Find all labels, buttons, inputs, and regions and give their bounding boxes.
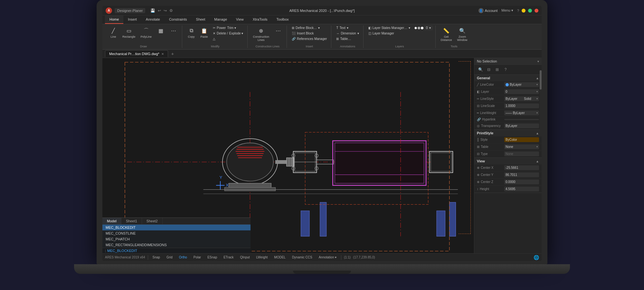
title-bar: A Designer-Planer 💾 ↩ ↪ ⚙ ARES Mechanica… [102,6,542,15]
table-button[interactable]: ⊞ Table… [335,36,360,41]
panel-search-button[interactable]: 🔍 [477,66,484,73]
construction-more-button[interactable]: ⋯ [272,25,284,36]
ribbon-tab-view[interactable]: View [232,15,248,24]
style-value[interactable]: ByColor [504,137,539,142]
polar-button[interactable]: Polar [192,255,203,260]
panel-filter-button[interactable]: ⊟ [485,66,492,73]
linestyle-value[interactable]: ByLayer Solid ▾ [504,96,539,101]
print-style-toggle: ▲ [536,131,539,135]
line-button[interactable]: ╱ Line [108,25,119,40]
get-distance-button[interactable]: 📏 GetDistance [439,25,454,43]
lineweight-value[interactable]: —— ByLayer ▾ [504,111,539,115]
designer-planer-label[interactable]: Designer-Planer [115,8,145,13]
snap-button[interactable]: Snap [151,255,162,260]
layer-tab-sheet2[interactable]: Sheet2 [142,218,163,224]
ribbon-tab-sheet[interactable]: Sheet [192,15,210,24]
ribbon-tab-home[interactable]: Home [105,15,123,24]
layer-item-2[interactable]: MEC_PHATCH [102,236,251,242]
layer-tab-model[interactable]: Model [102,218,121,224]
type-row: ⊟ Type None [474,150,542,158]
menu-button[interactable]: Menu ▾ [501,8,513,13]
dynamic-ccs-button[interactable]: Dynamic CCS [290,255,314,260]
tools-buttons: 📏 GetDistance 🔍 ZoomWindow [439,25,469,44]
undo-icon[interactable]: ↩ [158,8,161,13]
scroll-thumb[interactable] [540,70,542,90]
copy-button[interactable]: ⧉ Copy [185,25,197,40]
ribbon-tab-manage[interactable]: Manage [210,15,232,24]
cmd-prompt: : [105,249,106,253]
ribbon-tab-insert[interactable]: Insert [123,15,141,24]
doc-tab-0[interactable]: Mechanical Pr…tion DWG.dwg* ✕ [105,50,168,57]
save-icon[interactable]: 💾 [150,8,155,13]
layer-tab-sheet1[interactable]: Sheet1 [121,218,142,224]
account-button[interactable]: 👤 Account [478,8,498,13]
more-draw-button[interactable]: ⋯ [168,25,179,36]
table-value[interactable]: None ▾ [504,144,539,149]
layer-states-button[interactable]: ◧ Layer States Manager… ▾ [367,25,412,30]
maximize-button[interactable] [528,9,532,13]
model-button[interactable]: MODEL [272,255,288,260]
ribbon-tab-toolbox[interactable]: Toolbox [272,15,293,24]
layer-item-3[interactable]: MEC_RECTANGLEANDDIMENSIONS [102,242,251,248]
define-block-button[interactable]: ⊞ Define Block… ▾ [290,25,328,30]
cmd-input[interactable]: MEC_BLOCKEDIT [107,249,137,253]
view-section-header[interactable]: View ▲ [474,158,542,164]
layer-select-dropdown[interactable]: 0 ▾ [424,25,433,30]
zoom-window-button[interactable]: 🔍 ZoomWindow [455,25,469,43]
dimension-button[interactable]: ↔ Dimension ▾ [335,31,360,36]
status-bar: ARES Mechanical 2019 x64 Snap Grid Ortho… [102,253,542,261]
polyline-button[interactable]: ⌒ PolyLine [139,25,154,40]
define-block-icon: ⊞ [292,26,294,30]
ortho-button[interactable]: Ortho [177,255,189,260]
layer-value[interactable]: 0 ▾ [504,89,539,94]
type-value[interactable]: None [504,151,539,156]
layer-item-0[interactable]: MEC_BLOCKEDIT [102,225,251,230]
add-tab-button[interactable]: + [169,51,176,57]
panel-help-button[interactable]: ? [502,66,509,73]
power-trim-button[interactable]: ✂ Power Trim ▾ [211,25,245,30]
grid-button[interactable]: Grid [165,255,175,260]
insert-block-button[interactable]: ⬛ Insert Block [290,31,328,36]
rectangle-icon: ▭ [125,27,133,34]
minimize-button[interactable] [522,9,526,13]
esnap-button[interactable]: ESnap [205,255,219,260]
help-button[interactable]: ? [517,9,519,13]
paste-button[interactable]: 📋 Paste [198,25,210,40]
construction-lines-label: ConstructionLines [253,35,269,42]
center-x-value[interactable]: -25.5661 [504,165,539,170]
center-z-value[interactable]: 0.0000 [504,179,539,184]
delete-explode-button[interactable]: ✕ Delete / Explode ▾ [211,31,245,36]
layer-manager-button[interactable]: ◫ Layer Manager [367,31,412,36]
linescale-value[interactable]: 1.0000 [504,103,539,108]
lweight-button[interactable]: LWeight [254,255,270,260]
panel-sort-button[interactable]: ⊞ [494,66,501,73]
center-y-value[interactable]: 86.7011 [504,172,539,177]
lineweight-row: ━ LineWeight —— ByLayer ▾ [474,110,542,117]
hatch-button[interactable]: ▦ [155,25,166,36]
line-color-value[interactable]: ByLayer ▾ [504,82,539,87]
status-world-icon[interactable]: 🌐 [534,255,539,260]
height-value[interactable]: 4.5695 [504,187,539,191]
hyperlink-value[interactable] [504,119,539,120]
settings-icon[interactable]: ⚙ [169,8,173,13]
general-section-header[interactable]: General ▲ [474,75,542,81]
panel-title-dropdown[interactable]: ▾ [537,60,539,63]
doc-tab-0-close[interactable]: ✕ [161,52,164,56]
ribbon-tab-annotate[interactable]: Annotate [141,15,165,24]
annotation-button[interactable]: Annotation ▾ [317,255,339,260]
etrack-button[interactable]: ETrack [222,255,235,260]
redo-icon[interactable]: ↪ [164,8,167,13]
layer-item-1[interactable]: MEC_CONSTLINE [102,230,251,236]
qinput-button[interactable]: QInput [238,255,252,260]
transparency-value[interactable]: ByLayer [504,123,539,128]
ribbon-tab-xtratools[interactable]: XtraTools [248,15,272,24]
rectangle-button[interactable]: ▭ Rectangle [120,25,137,40]
construction-lines-button[interactable]: ⊕ ConstructionLines [251,25,271,43]
print-style-header[interactable]: PrintStyle ▲ [474,130,542,136]
references-manager-button[interactable]: 🔗 References Manager [290,36,328,41]
other-modify-button[interactable]: △ [211,36,245,41]
text-button[interactable]: T Text ▾ [335,25,360,30]
canvas-area[interactable]: X Y [102,58,474,253]
ribbon-tab-constraints[interactable]: Constraints [165,15,192,24]
close-button[interactable] [535,9,538,13]
